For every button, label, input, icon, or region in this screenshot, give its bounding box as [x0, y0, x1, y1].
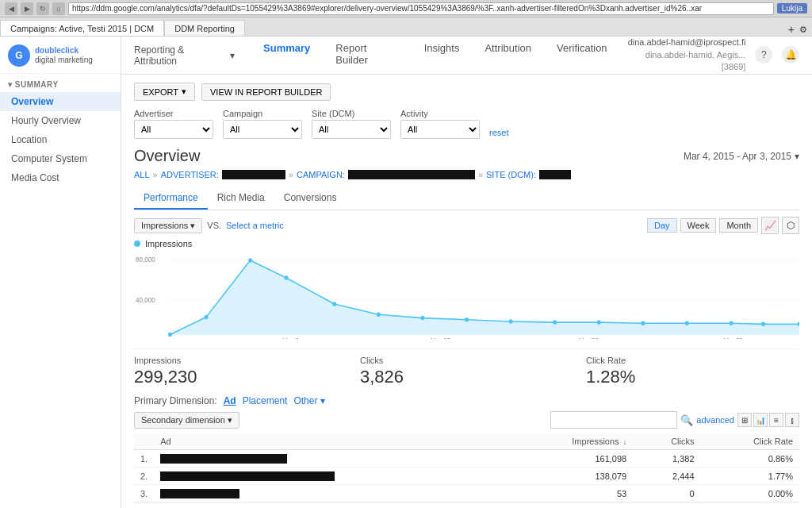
breadcrumb-sep-3: »: [478, 170, 483, 179]
svg-point-14: [248, 258, 252, 263]
tab-settings-button[interactable]: ⚙: [799, 25, 807, 35]
svg-point-24: [685, 321, 689, 325]
new-tab-button[interactable]: +: [788, 23, 795, 36]
breadcrumb-campaign-label: CAMPAIGN:: [297, 170, 345, 179]
chart-controls: Impressions ▾ VS. Select a metric Day We…: [134, 217, 799, 234]
row-3-click-rate: 0.00%: [701, 485, 800, 502]
app-layout: G doubleclick digital marketing ▾ SUMMAR…: [0, 37, 812, 508]
export-button[interactable]: EXPORT ▾: [134, 83, 195, 101]
reload-button[interactable]: ↻: [36, 2, 49, 15]
tab-summary[interactable]: Summary: [251, 37, 323, 79]
nav-tabs: Summary Report Builder Insights Attribut…: [251, 37, 620, 79]
table-view-grid-button[interactable]: ⊞: [737, 413, 752, 427]
table-view-chart-button[interactable]: 📊: [753, 413, 768, 427]
dim-placement-link[interactable]: Placement: [243, 395, 288, 406]
line-chart-button[interactable]: 📈: [761, 217, 779, 234]
activity-select[interactable]: All: [400, 120, 480, 139]
tab-campaigns[interactable]: Campaigns: Active, Testi 2015 | DCM: [0, 20, 164, 36]
sub-tab-conversions[interactable]: Conversions: [274, 187, 347, 210]
help-button[interactable]: ?: [755, 46, 772, 64]
dim-other-link[interactable]: Other ▾: [293, 395, 324, 406]
date-range-text: Mar 4, 2015 - Apr 3, 2015: [684, 151, 791, 162]
click-rate-label: Click Rate: [586, 356, 787, 365]
main-content: EXPORT ▾ VIEW IN REPORT BUILDER Advertis…: [121, 75, 812, 508]
tab-insights[interactable]: Insights: [412, 37, 473, 79]
sub-tab-performance[interactable]: Performance: [134, 187, 208, 210]
svg-point-18: [420, 316, 424, 321]
dim-ad-link[interactable]: Ad: [224, 395, 236, 406]
other-chevron-icon: ▾: [320, 395, 325, 406]
sidebar-item-computer-system[interactable]: Computer System: [0, 149, 121, 168]
view-day-button[interactable]: Day: [647, 218, 677, 233]
logo-text: doubleclick digital marketing: [35, 46, 93, 65]
campaign-select[interactable]: All: [223, 120, 302, 139]
user-name: dina.abdei-hamid, Aegis... [3869]: [620, 49, 746, 74]
pie-chart-button[interactable]: ⬡: [782, 217, 799, 234]
date-range-picker[interactable]: Mar 4, 2015 - Apr 3, 2015 ▾: [684, 151, 799, 162]
stat-click-rate: Click Rate 1.28%: [573, 356, 799, 387]
view-week-button[interactable]: Week: [680, 218, 717, 233]
table-view-list-button[interactable]: ≡: [769, 413, 783, 427]
home-button[interactable]: ⌂: [52, 2, 65, 15]
view-report-builder-button[interactable]: VIEW IN REPORT BUILDER: [201, 83, 331, 101]
content-area: EXPORT ▾ VIEW IN REPORT BUILDER Advertis…: [121, 75, 812, 508]
sidebar-item-media-cost[interactable]: Media Cost: [0, 168, 121, 187]
sidebar-item-overview[interactable]: Overview: [0, 92, 121, 111]
impressions-metric-button[interactable]: Impressions ▾: [134, 218, 202, 233]
svg-point-15: [285, 275, 289, 280]
svg-text:80,000: 80,000: [136, 256, 155, 264]
th-impressions[interactable]: Impressions ↓: [506, 433, 633, 450]
advertiser-select[interactable]: All: [134, 120, 213, 139]
chart-view-buttons: Day Week Month 📈 ⬡: [647, 217, 799, 234]
click-rate-value: 1.28%: [586, 367, 787, 387]
filters: Advertiser All Campaign All Site (DCM): [134, 109, 799, 139]
site-label: Site (DCM): [312, 109, 391, 118]
activity-label: Activity: [400, 109, 480, 118]
view-month-button[interactable]: Month: [719, 218, 758, 233]
tab-controls: + ⚙: [788, 23, 812, 36]
breadcrumb-all[interactable]: ALL: [134, 170, 150, 179]
svg-point-13: [204, 315, 208, 320]
chart-svg: 80,000 40,000 Mar 8 Mar 15 Mar 22 Mar 29: [134, 252, 799, 339]
notifications-button[interactable]: 🔔: [782, 46, 799, 64]
table-search-input[interactable]: [550, 411, 677, 429]
breadcrumb-sep-2: »: [289, 170, 293, 179]
url-bar[interactable]: https://ddm.google.com/analytics/dfa/?de…: [68, 2, 774, 15]
primary-dim-label: Primary Dimension:: [134, 395, 217, 406]
legend-dot: [134, 241, 140, 247]
svg-text:G: G: [15, 50, 22, 61]
top-nav-right: dina.abdel-hamid@iprospect.fi dina.abdei…: [620, 37, 799, 73]
row-2-click-rate: 1.77%: [701, 468, 800, 485]
tab-attribution[interactable]: Attribution: [472, 37, 544, 79]
sidebar-item-hourly-overview[interactable]: Hourly Overview: [0, 111, 121, 130]
reporting-attribution-menu[interactable]: Reporting & Attribution ▾: [134, 44, 235, 67]
tab-report-builder[interactable]: Report Builder: [323, 37, 411, 79]
table-footer: Show rows: 10 Go to: 1 - 3 of 3 ◀ ▶: [134, 502, 799, 508]
overview-header: Overview Mar 4, 2015 - Apr 3, 2015 ▾: [134, 147, 799, 165]
search-box-container: 🔍 advanced ⊞ 📊 ≡ ⫿: [550, 411, 799, 429]
breadcrumb-sep-1: »: [153, 170, 158, 179]
site-select[interactable]: All: [312, 120, 391, 139]
toolbar: EXPORT ▾ VIEW IN REPORT BUILDER: [134, 83, 799, 101]
reset-link[interactable]: reset: [489, 128, 508, 137]
sidebar-item-location[interactable]: Location: [0, 130, 121, 149]
table-view-icons: ⊞ 📊 ≡ ⫿: [737, 413, 799, 427]
date-range-chevron-icon: ▾: [795, 151, 799, 162]
search-icon[interactable]: 🔍: [680, 414, 693, 426]
tab-ddm-reporting[interactable]: DDM Reporting: [164, 20, 245, 36]
advanced-link[interactable]: advanced: [696, 415, 734, 425]
table-view-columns-button[interactable]: ⫿: [785, 413, 799, 427]
advertiser-filter: Advertiser All: [134, 109, 213, 139]
select-metric-link[interactable]: Select a metric: [226, 221, 284, 230]
stat-impressions: Impressions 299,230: [134, 356, 347, 387]
svg-point-17: [377, 312, 381, 317]
forward-button[interactable]: ▶: [21, 2, 33, 15]
metric-chevron-icon: ▾: [190, 221, 195, 231]
sub-tab-rich-media[interactable]: Rich Media: [208, 187, 274, 210]
tab-verification[interactable]: Verification: [544, 37, 620, 79]
svg-text:Mar 15: Mar 15: [431, 337, 450, 339]
back-button[interactable]: ◀: [5, 2, 17, 15]
row-3-ad: [154, 485, 506, 502]
secondary-dimension-button[interactable]: Secondary dimension ▾: [134, 412, 239, 429]
th-clicks: Clicks: [633, 433, 700, 450]
